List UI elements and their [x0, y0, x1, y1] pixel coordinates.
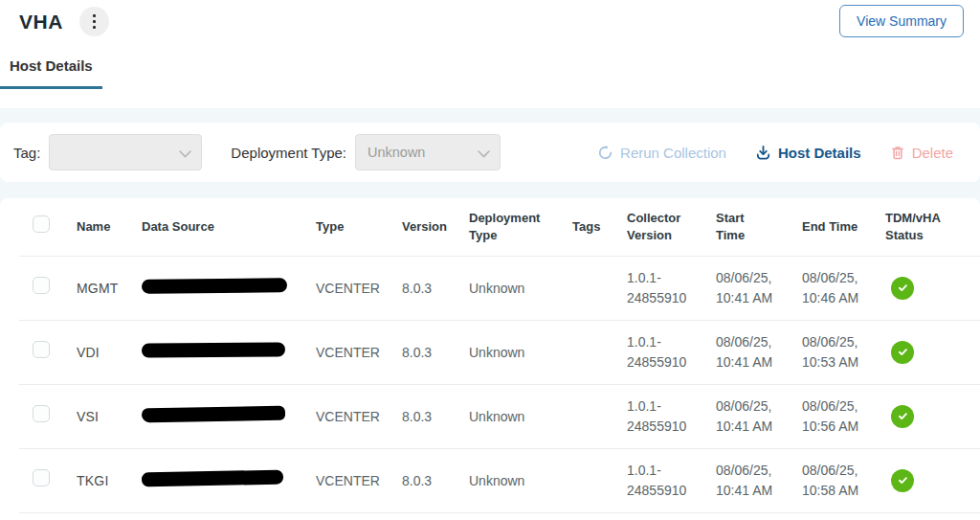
filter-bar: Tag: Deployment Type: Unknown Rerun Coll…: [0, 123, 980, 182]
chevron-down-icon: [179, 150, 191, 158]
redacted-data-source: [142, 469, 283, 486]
redacted-data-source: [142, 405, 285, 422]
cell-deployment-type: Unknown: [469, 343, 572, 363]
table-row[interactable]: MGMT VCENTER 8.0.3 Unknown 1.0.1-2485591…: [0, 257, 980, 320]
deployment-type-select[interactable]: Unknown: [355, 134, 501, 170]
action-buttons: Rerun Collection Host Details Delete: [597, 145, 980, 161]
host-details-table: Name Data Source Type Version Deployment…: [0, 198, 980, 520]
cell-collector-version: 1.0.1-24855910: [627, 268, 716, 308]
success-status-icon: [891, 405, 914, 428]
success-status-icon: [891, 277, 914, 300]
cell-end-time: 08/06/25, 10:56 AM: [802, 396, 885, 437]
title-row: VHA: [0, 0, 980, 36]
page-header: VHA View Summary Host Details: [0, 0, 980, 108]
content-area: Tag: Deployment Type: Unknown Rerun Coll…: [0, 108, 980, 520]
row-checkbox[interactable]: [33, 277, 50, 294]
cell-deployment-type: Unknown: [469, 471, 572, 491]
tab-bar: Host Details: [0, 57, 980, 89]
table-header-row: Name Data Source Type Version Deployment…: [0, 198, 980, 256]
cell-name: VDI: [77, 343, 142, 363]
vertical-ellipsis-icon: [93, 14, 96, 30]
cell-version: 8.0.3: [402, 343, 469, 363]
cell-type: VCENTER: [316, 343, 402, 363]
cell-collector-version: 1.0.1-24855910: [627, 396, 716, 437]
cell-end-time: 08/06/25, 10:53 AM: [802, 332, 885, 373]
delete-button[interactable]: Delete: [890, 145, 953, 161]
tab-host-details-label: Host Details: [10, 57, 93, 74]
column-header-type: Type: [316, 218, 402, 236]
redacted-data-source: [142, 278, 287, 294]
cell-collector-version: 1.0.1-24855910: [627, 332, 716, 373]
download-icon: [755, 145, 771, 161]
cell-deployment-type: Unknown: [469, 279, 572, 299]
kebab-menu-button[interactable]: [79, 7, 109, 36]
table-row[interactable]: TKGI VCENTER 8.0.3 Unknown 1.0.1-2485591…: [0, 449, 980, 512]
cell-end-time: 08/06/25, 10:46 AM: [802, 268, 885, 308]
column-header-deployment-type: Deployment Type: [469, 210, 572, 243]
row-checkbox[interactable]: [33, 405, 50, 422]
column-header-name: Name: [77, 218, 142, 236]
view-summary-button[interactable]: View Summary: [839, 5, 964, 37]
column-header-data-source: Data Source: [142, 218, 316, 236]
tab-host-details[interactable]: Host Details: [0, 57, 102, 89]
tag-filter-label: Tag:: [13, 145, 40, 161]
row-checkbox[interactable]: [33, 341, 50, 358]
deployment-type-filter-label: Deployment Type:: [231, 145, 346, 161]
success-status-icon: [891, 469, 914, 492]
cell-name: VSI: [77, 407, 142, 427]
column-header-collector-version: Collector Version: [627, 210, 716, 243]
rerun-collection-button[interactable]: Rerun Collection: [597, 145, 726, 161]
cell-collector-version: 1.0.1-24855910: [627, 461, 716, 501]
deployment-type-value: Unknown: [368, 145, 425, 160]
trash-icon: [890, 145, 905, 161]
cell-version: 8.0.3: [402, 279, 469, 299]
column-header-tdm-vha-status: TDM/vHA Status: [885, 210, 980, 243]
table-row[interactable]: VDI VCENTER 8.0.3 Unknown 1.0.1-24855910…: [0, 321, 980, 384]
row-checkbox[interactable]: [33, 469, 50, 486]
host-details-label: Host Details: [778, 145, 861, 161]
column-header-tags: Tags: [572, 218, 627, 236]
page-title: VHA: [19, 11, 63, 34]
cell-type: VCENTER: [316, 279, 402, 299]
delete-label: Delete: [912, 145, 953, 161]
chevron-down-icon: [478, 150, 490, 158]
refresh-icon: [597, 145, 613, 161]
tag-filter-select[interactable]: [49, 134, 202, 170]
cell-start-time: 08/06/25, 10:41 AM: [716, 332, 802, 373]
cell-end-time: 08/06/25, 10:58 AM: [802, 461, 885, 501]
column-header-start-time: Start Time: [716, 210, 764, 243]
cell-start-time: 08/06/25, 10:41 AM: [716, 396, 802, 437]
select-all-checkbox[interactable]: [33, 215, 50, 233]
cell-version: 8.0.3: [402, 471, 469, 491]
redacted-data-source: [142, 342, 285, 357]
cell-deployment-type: Unknown: [469, 407, 572, 427]
row-divider: [19, 512, 980, 513]
success-status-icon: [891, 341, 914, 364]
cell-start-time: 08/06/25, 10:41 AM: [716, 461, 802, 501]
column-header-end-time: End Time: [802, 218, 885, 236]
cell-type: VCENTER: [316, 471, 402, 491]
rerun-collection-label: Rerun Collection: [620, 145, 726, 161]
cell-name: MGMT: [77, 279, 142, 299]
cell-type: VCENTER: [316, 407, 402, 427]
table-row[interactable]: VSI VCENTER 8.0.3 Unknown 1.0.1-24855910…: [0, 385, 980, 448]
cell-version: 8.0.3: [402, 407, 469, 427]
cell-name: TKGI: [77, 471, 142, 491]
cell-start-time: 08/06/25, 10:41 AM: [716, 268, 802, 308]
host-details-download-button[interactable]: Host Details: [755, 145, 861, 161]
column-header-version: Version: [402, 218, 469, 236]
vha-page: VHA View Summary Host Details Tag: Deplo…: [0, 0, 980, 520]
